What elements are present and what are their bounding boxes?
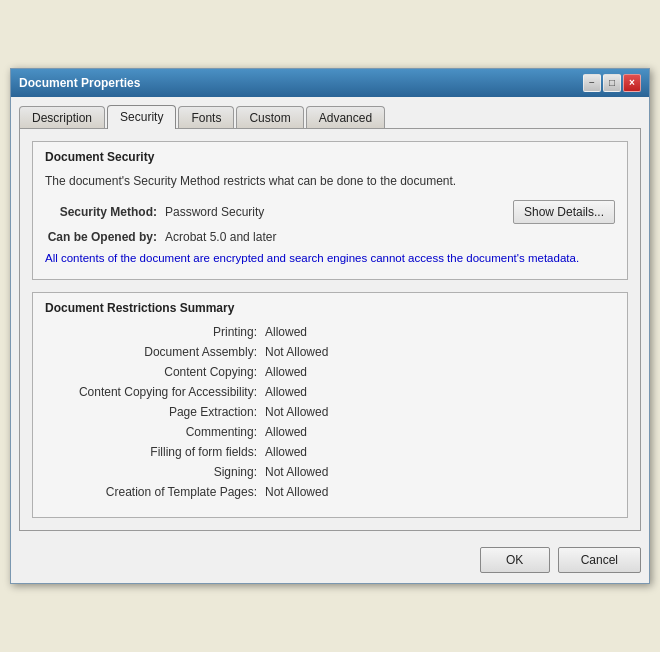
restriction-signing: Signing: Not Allowed [45,465,615,479]
ok-button[interactable]: OK [480,547,550,573]
restriction-printing: Printing: Allowed [45,325,615,339]
security-method-label: Security Method: [45,205,165,219]
restriction-extraction: Page Extraction: Not Allowed [45,405,615,419]
can-be-opened-row: Can be Opened by: Acrobat 5.0 and later [45,230,615,244]
restriction-commenting: Commenting: Allowed [45,425,615,439]
restriction-signing-label: Signing: [45,465,265,479]
restriction-signing-value: Not Allowed [265,465,328,479]
restrictions-group: Document Restrictions Summary Printing: … [32,292,628,518]
security-description: The document's Security Method restricts… [45,172,615,190]
restriction-template-pages-label: Creation of Template Pages: [45,485,265,499]
restriction-form-fields-label: Filling of form fields: [45,445,265,459]
restriction-template-pages-value: Not Allowed [265,485,328,499]
tab-security[interactable]: Security [107,105,176,129]
document-security-group: Document Security The document's Securit… [32,141,628,280]
restriction-printing-label: Printing: [45,325,265,339]
restriction-accessibility: Content Copying for Accessibility: Allow… [45,385,615,399]
security-method-value: Password Security [165,205,264,219]
restriction-accessibility-label: Content Copying for Accessibility: [45,385,265,399]
show-details-button[interactable]: Show Details... [513,200,615,224]
window-controls: − □ × [583,74,641,92]
restriction-copying-label: Content Copying: [45,365,265,379]
restriction-copying-value: Allowed [265,365,307,379]
restriction-commenting-value: Allowed [265,425,307,439]
restriction-form-fields-value: Allowed [265,445,307,459]
tab-fonts[interactable]: Fonts [178,106,234,129]
restriction-template-pages: Creation of Template Pages: Not Allowed [45,485,615,499]
restriction-copying: Content Copying: Allowed [45,365,615,379]
close-button[interactable]: × [623,74,641,92]
restriction-assembly: Document Assembly: Not Allowed [45,345,615,359]
can-be-opened-label: Can be Opened by: [45,230,165,244]
restrictions-title: Document Restrictions Summary [45,301,615,315]
restriction-printing-value: Allowed [265,325,307,339]
tab-advanced[interactable]: Advanced [306,106,385,129]
security-group-title: Document Security [45,150,615,164]
dialog-body: Description Security Fonts Custom Advanc… [11,97,649,539]
tab-custom[interactable]: Custom [236,106,303,129]
title-bar: Document Properties − □ × [11,69,649,97]
restriction-assembly-label: Document Assembly: [45,345,265,359]
restriction-form-fields: Filling of form fields: Allowed [45,445,615,459]
tab-content-security: Document Security The document's Securit… [19,128,641,531]
tab-bar: Description Security Fonts Custom Advanc… [19,105,641,129]
restriction-commenting-label: Commenting: [45,425,265,439]
encrypt-notice: All contents of the document are encrypt… [45,250,615,267]
dialog-title: Document Properties [19,76,140,90]
restriction-assembly-value: Not Allowed [265,345,328,359]
dialog: Document Properties − □ × Description Se… [10,68,650,584]
restriction-extraction-label: Page Extraction: [45,405,265,419]
can-be-opened-value: Acrobat 5.0 and later [165,230,276,244]
cancel-button[interactable]: Cancel [558,547,641,573]
maximize-button[interactable]: □ [603,74,621,92]
tab-description[interactable]: Description [19,106,105,129]
security-method-row: Security Method: Password Security Show … [45,200,615,224]
restriction-extraction-value: Not Allowed [265,405,328,419]
restriction-accessibility-value: Allowed [265,385,307,399]
dialog-footer: OK Cancel [11,539,649,583]
minimize-button[interactable]: − [583,74,601,92]
